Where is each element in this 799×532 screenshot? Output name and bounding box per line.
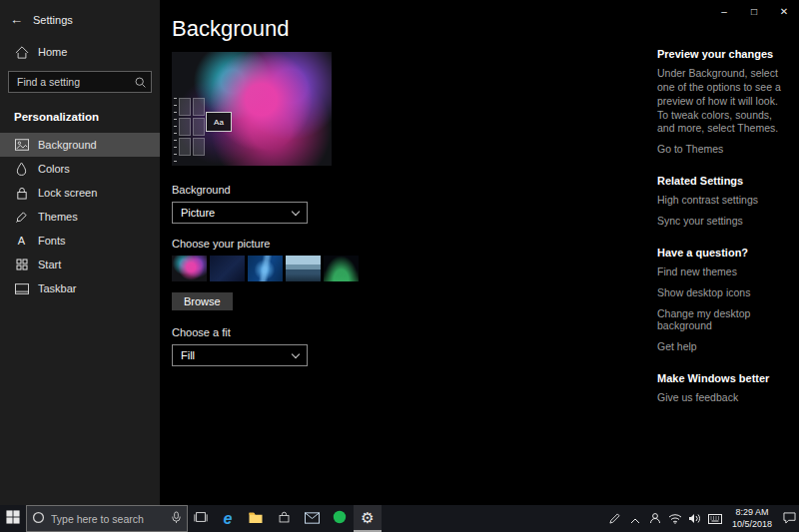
give-us-feedback-link[interactable]: Give us feedback bbox=[657, 391, 789, 403]
go-to-themes-link[interactable]: Go to Themes bbox=[657, 143, 789, 155]
task-view-button[interactable] bbox=[188, 505, 214, 532]
sidebar-section-title: Personalization bbox=[0, 103, 160, 133]
pen-tray-button[interactable] bbox=[605, 505, 625, 532]
background-settings-main: Background Aa Background Picture Choose … bbox=[160, 0, 657, 505]
show-hidden-icons-button[interactable] bbox=[625, 505, 645, 532]
lock-icon bbox=[14, 187, 29, 200]
preview-changes-group: Preview your changes Under Background, s… bbox=[657, 48, 789, 155]
make-windows-better-heading: Make Windows better bbox=[657, 372, 789, 384]
close-button[interactable]: ✕ bbox=[769, 0, 799, 22]
clock-time: 8:29 AM bbox=[735, 507, 768, 518]
back-button-icon[interactable]: ← bbox=[10, 12, 23, 27]
search-icon bbox=[134, 75, 147, 93]
folder-icon bbox=[248, 510, 264, 528]
green-app-button[interactable] bbox=[326, 505, 354, 532]
microphone-icon[interactable] bbox=[171, 510, 182, 528]
sidebar-item-background[interactable]: Background bbox=[0, 133, 160, 157]
background-icon bbox=[14, 139, 29, 151]
action-center-button[interactable] bbox=[779, 505, 799, 532]
cortana-icon bbox=[32, 510, 45, 528]
picture-thumbnail-aurora[interactable] bbox=[324, 256, 359, 281]
picture-thumbnail-ink[interactable] bbox=[172, 256, 207, 281]
sync-your-settings-link[interactable]: Sync your settings bbox=[657, 215, 789, 227]
network-tray-button[interactable] bbox=[665, 505, 685, 532]
sidebar-item-taskbar[interactable]: Taskbar bbox=[0, 276, 160, 300]
window-controls: – □ ✕ bbox=[709, 0, 799, 22]
sidebar-item-lock-screen[interactable]: Lock screen bbox=[0, 181, 160, 205]
sidebar-nav: Background Colors Lock screen bbox=[0, 133, 160, 300]
sidebar-item-label: Start bbox=[38, 259, 61, 270]
find-new-themes-link[interactable]: Find new themes bbox=[657, 266, 789, 277]
choose-fit-value: Fill bbox=[181, 349, 195, 361]
windows-logo-icon bbox=[6, 510, 20, 528]
show-desktop-icons-link[interactable]: Show desktop icons bbox=[657, 286, 789, 298]
chevron-down-icon bbox=[292, 349, 300, 357]
system-tray: 8:29 AM 10/5/2018 bbox=[605, 505, 799, 532]
background-type-dropdown[interactable]: Picture bbox=[172, 202, 308, 224]
store-button[interactable] bbox=[270, 505, 298, 532]
minimize-button[interactable]: – bbox=[709, 0, 739, 22]
edge-button[interactable]: e bbox=[214, 505, 242, 532]
change-desktop-background-link[interactable]: Change my desktop background bbox=[657, 307, 789, 331]
taskbar-search-box[interactable] bbox=[26, 505, 188, 532]
settings-search-input[interactable] bbox=[8, 71, 152, 93]
clock-date: 10/5/2018 bbox=[732, 519, 772, 530]
settings-app-button[interactable]: ⚙ bbox=[354, 505, 382, 532]
volume-tray-button[interactable] bbox=[685, 505, 705, 532]
window-titlebar: ← Settings bbox=[0, 8, 160, 39]
picture-thumbnail-windows-hero[interactable] bbox=[248, 256, 283, 281]
sidebar-item-label: Background bbox=[38, 139, 97, 151]
pen-icon bbox=[609, 510, 620, 528]
window-title: Settings bbox=[33, 14, 73, 26]
taskbar-clock[interactable]: 8:29 AM 10/5/2018 bbox=[725, 505, 779, 532]
sidebar-item-start[interactable]: Start bbox=[0, 253, 160, 276]
browse-button[interactable]: Browse bbox=[172, 292, 233, 310]
sidebar-item-label: Themes bbox=[38, 211, 78, 223]
sidebar-item-label: Colors bbox=[38, 163, 70, 175]
start-grid-icon bbox=[14, 259, 29, 270]
mail-button[interactable] bbox=[298, 505, 326, 532]
desktop-screen: ← Settings Home Personalization bbox=[0, 0, 799, 532]
preview-app-window: Aa bbox=[206, 112, 232, 132]
choose-fit-dropdown[interactable]: Fill bbox=[172, 344, 308, 366]
chevron-up-icon bbox=[630, 510, 640, 528]
sidebar-item-home[interactable]: Home bbox=[0, 39, 160, 65]
preview-start-list bbox=[174, 98, 177, 162]
sidebar-item-label: Lock screen bbox=[38, 187, 97, 199]
touch-keyboard-button[interactable] bbox=[705, 505, 725, 532]
keyboard-icon bbox=[708, 510, 722, 528]
pinned-apps: e ⚙ bbox=[214, 505, 382, 532]
have-a-question-group: Have a question? Find new themes Show de… bbox=[657, 247, 789, 352]
file-explorer-button[interactable] bbox=[242, 505, 270, 532]
start-button[interactable] bbox=[0, 505, 26, 532]
picture-thumbnail-dark-blue[interactable] bbox=[210, 256, 245, 281]
close-icon: ✕ bbox=[780, 6, 788, 17]
sidebar-item-fonts[interactable]: A Fonts bbox=[0, 229, 160, 253]
wifi-icon bbox=[668, 510, 682, 528]
task-view-icon bbox=[194, 510, 208, 528]
taskbar-search-input[interactable] bbox=[51, 513, 165, 525]
picture-thumbnails bbox=[172, 256, 657, 281]
background-type-value: Picture bbox=[181, 207, 215, 219]
brush-icon bbox=[14, 211, 29, 224]
picture-thumbnail-landscape[interactable] bbox=[286, 256, 321, 281]
get-help-link[interactable]: Get help bbox=[657, 340, 789, 352]
high-contrast-settings-link[interactable]: High contrast settings bbox=[657, 194, 789, 206]
choose-fit-label: Choose a fit bbox=[172, 326, 657, 338]
maximize-button[interactable]: □ bbox=[739, 0, 769, 22]
have-a-question-heading: Have a question? bbox=[657, 247, 789, 259]
sidebar-item-themes[interactable]: Themes bbox=[0, 205, 160, 229]
action-center-icon bbox=[783, 510, 796, 528]
green-circle-app-icon bbox=[333, 510, 347, 528]
taskbar-panel-icon bbox=[14, 283, 29, 294]
shopping-bag-icon bbox=[278, 510, 291, 528]
people-icon bbox=[649, 510, 661, 528]
chevron-down-icon bbox=[292, 207, 300, 215]
home-icon bbox=[14, 46, 29, 59]
sidebar-item-label: Taskbar bbox=[38, 282, 77, 294]
people-tray-button[interactable] bbox=[645, 505, 665, 532]
sidebar-item-colors[interactable]: Colors bbox=[0, 157, 160, 181]
background-preview-image: Aa bbox=[172, 52, 332, 166]
maximize-icon: □ bbox=[751, 6, 757, 17]
help-panel: Preview your changes Under Background, s… bbox=[657, 0, 789, 505]
